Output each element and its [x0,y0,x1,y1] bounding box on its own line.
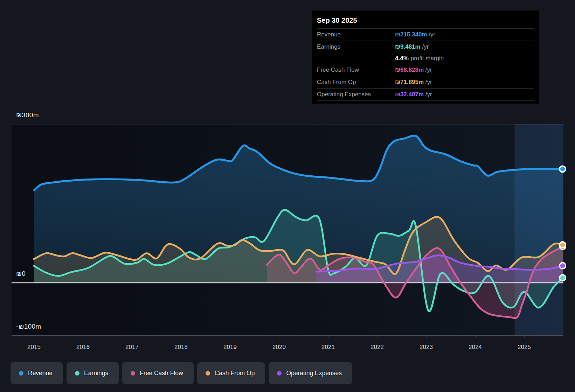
x-axis-label-2019: 2019 [223,344,237,351]
x-axis-label-2015: 2015 [27,344,41,351]
tooltip-row-earnings: Earnings ₪9.481m /yr [317,41,534,53]
cash-from-op-endpoint-marker [559,241,566,248]
revenue-dot-icon [19,371,23,376]
legend-item-revenue[interactable]: Revenue [11,362,63,384]
legend-item-cash-from-op[interactable]: Cash From Op [197,362,265,384]
cash-from-op-dot-icon [206,371,210,376]
x-axis-label-2021: 2021 [321,344,335,351]
tooltip-date: Sep 30 2025 [317,10,534,29]
operating-expenses-endpoint-marker [559,262,566,270]
chart-legend: Revenue Earnings Free Cash Flow Cash Fro… [11,362,352,384]
tooltip-label: Cash From Op [317,79,395,86]
x-axis-label-2018: 2018 [174,344,188,351]
tooltip-value: ₪9.481m /yr [395,43,534,50]
tooltip-row-profit-margin: 4.4%profit margin [317,53,534,64]
profit-margin-label: profit margin [411,55,444,62]
x-axis-label-2023: 2023 [420,344,433,351]
tooltip-label: Operating Expenses [317,91,395,98]
free-cash-flow-dot-icon [131,371,135,376]
y-axis-label-300: ₪300m [16,111,39,119]
tooltip-row-free-cash-flow: Free Cash Flow ₪68.828m /yr [317,64,534,76]
tooltip-label: Free Cash Flow [317,66,395,74]
x-axis-label-2022: 2022 [370,344,384,351]
tooltip-row-operating-expenses: Operating Expenses ₪32.407m /yr [317,89,534,101]
legend-item-operating-expenses[interactable]: Operating Expenses [269,362,352,384]
tooltip-value: ₪32.407m /yr [395,91,534,98]
x-axis-label-2025: 2025 [518,344,531,351]
operating-expenses-dot-icon [277,371,282,376]
tooltip-value: ₪68.828m /yr [395,66,534,74]
profit-margin-value: 4.4% [395,55,409,62]
tooltip-value: ₪71.895m /yr [395,79,534,86]
legend-item-earnings[interactable]: Earnings [67,362,119,384]
tooltip-row-revenue: Revenue ₪215.340m /yr [317,29,534,41]
legend-item-free-cash-flow[interactable]: Free Cash Flow [122,362,194,384]
tooltip-value: ₪215.340m /yr [395,31,534,38]
tooltip-label: Revenue [317,31,395,38]
earnings-endpoint-marker [559,274,566,281]
x-axis-label-2016: 2016 [76,344,90,351]
y-axis-label--100: -₪100m [16,323,41,330]
x-axis-label-2020: 2020 [272,344,286,351]
stock-financial-history-chart: ₪300m₪0-₪100m201520162017201820192020202… [0,0,575,392]
revenue-endpoint-marker [559,165,566,173]
x-axis-label-2024: 2024 [469,344,482,351]
chart-tooltip: Sep 30 2025 Revenue ₪215.340m /yr Earnin… [312,10,539,104]
earnings-dot-icon [75,371,79,376]
y-axis-label-0: ₪0 [16,270,26,278]
tooltip-label: Earnings [317,43,395,50]
tooltip-row-cash-from-op: Cash From Op ₪71.895m /yr [317,76,534,89]
x-axis-label-2017: 2017 [125,344,139,351]
